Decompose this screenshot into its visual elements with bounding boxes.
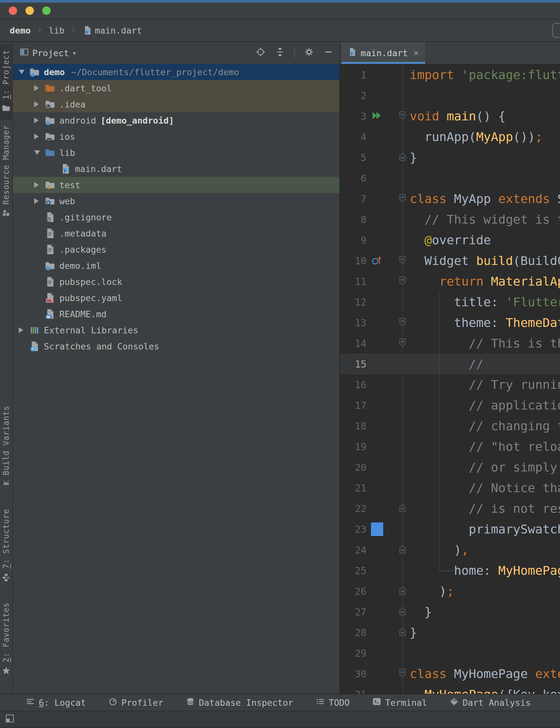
fold-open-icon[interactable] [399,193,406,204]
override-marker-icon[interactable] [371,254,382,267]
fold-open-icon[interactable] [399,668,406,679]
toolbar-button-profiler[interactable]: Profiler [108,697,163,708]
tree-item-main-dart[interactable]: main.dart [13,161,339,177]
fold-open-icon[interactable] [399,338,406,349]
minus-icon[interactable] [323,47,333,59]
sidebar-item-2-favorites[interactable]: 2: Favorites [0,597,13,682]
code-line-text: // is not restarted. [402,501,560,516]
toolbar-button-label: 6: Logcat [39,698,86,708]
minimize-button[interactable] [25,6,34,15]
editor-tab-main-dart[interactable]: main.dart× [341,42,425,64]
function-name: MaterialApp [491,274,560,288]
tree-item--gitignore[interactable]: .gitignore [13,209,339,225]
code-text: } [410,605,432,619]
locate-icon[interactable] [256,47,266,59]
search-field-stub[interactable] [552,23,560,38]
toolbar-button-todo[interactable]: TODO [316,697,350,708]
comment: // "hot reload" (press "r" in the consol… [410,440,560,454]
line-number: 9 [340,235,366,246]
tree-item--idea[interactable]: .idea [13,96,339,112]
color-preview-swatch[interactable] [371,522,383,536]
code-line-text: @override [402,233,491,247]
code-line-text: // "hot reload" (press "r" in the consol… [402,440,560,454]
chevron-collapsed-icon[interactable] [34,85,45,91]
sidebar-item-1-project[interactable]: 1: Project [0,45,13,120]
tool-window-stripe: 1: ProjectResource ManagerBuild Variants… [0,42,13,694]
tree-item-lib[interactable]: lib [13,145,339,161]
fold-close-icon[interactable] [399,152,406,163]
chevron-collapsed-icon[interactable] [19,327,29,333]
fold-close-icon[interactable] [399,606,406,617]
line-number: 6 [340,173,366,184]
code-line-text: theme: ThemeData( [402,316,560,330]
line-number: 5 [340,152,366,163]
code-line-26: 26 ); [340,581,560,602]
fold-open-icon[interactable] [399,276,406,287]
zoom-button[interactable] [42,6,51,15]
code-line-text: // This is the theme of your application… [402,336,560,350]
gear-icon[interactable] [304,47,314,59]
tree-item-pubspec-lock[interactable]: pubspec.lock [13,274,339,290]
toolbar-button-database-inspector[interactable]: Database Inspector [186,697,293,708]
tree-item-demo-iml[interactable]: demo.iml [13,258,339,274]
code-line-text: // [402,357,484,371]
tree-item-External-Libraries[interactable]: External Libraries [13,322,339,338]
tree-item-test[interactable]: test [13,177,339,193]
toolwindow-corner-icon[interactable] [5,713,15,725]
keyword: return [410,274,491,288]
code-editor[interactable]: 1import 'package:flutter/material.dart';… [340,64,560,694]
breadcrumb-item-main-dart[interactable]: main.dart [83,25,142,35]
fold-close-icon[interactable] [399,627,406,638]
toolbar-button-terminal[interactable]: Terminal [372,697,427,708]
toolbar-button-dart-analysis[interactable]: Dart Analysis [450,697,531,708]
code-line-29: 29 [340,643,560,663]
chevron-collapsed-icon[interactable] [34,198,45,204]
tree-item--metadata[interactable]: .metadata [13,225,339,241]
code-line-7: 7class MyApp extends StatelessWidget { [340,188,560,209]
tree-item-label: .gitignore [59,212,112,222]
tree-item-demo[interactable]: demo~/Documents/flutter_project/demo [13,64,339,80]
sidebar-item-build-variants[interactable]: Build Variants [0,400,13,495]
tree-item--packages[interactable]: .packages [13,241,339,258]
collapse-all-icon[interactable] [275,47,285,59]
fold-open-icon[interactable] [399,255,406,266]
function-name: build [476,254,513,268]
chevron-collapsed-icon[interactable] [34,182,45,188]
tree-item-README-md[interactable]: MDREADME.md [13,306,339,322]
chevron-collapsed-icon[interactable] [34,134,45,139]
tree-item-android[interactable]: android[demo_android] [13,112,339,128]
breadcrumb-item-lib[interactable]: lib [49,25,65,35]
run-icon[interactable] [371,110,382,122]
tree-item--dart_tool[interactable]: .dart_tool [13,80,339,96]
sidebar-item-resource-manager[interactable]: Resource Manager [0,120,13,225]
chevron-collapsed-icon[interactable] [34,101,45,107]
chevron-expanded-icon[interactable] [34,150,45,155]
close-button[interactable] [9,6,17,15]
tree-item-Scratches-and-Consoles[interactable]: Scratches and Consoles [13,338,339,354]
keyword: class [410,192,454,206]
code-line-1: 1import 'package:flutter/material.dart'; [340,65,560,85]
tree-item-pubspec-yaml[interactable]: YMLpubspec.yaml [13,290,339,306]
tree-item-ios[interactable]: ios [13,128,339,145]
terminal-icon [372,697,381,708]
toolbar-button-6-logcat[interactable]: 6: Logcat [26,697,86,708]
line-number: 25 [340,565,366,576]
profiler-icon [108,697,117,708]
function-name: ThemeData [505,316,560,330]
tree-item-web[interactable]: web [13,193,339,209]
chevron-expanded-icon[interactable] [19,70,29,74]
fold-open-icon[interactable] [399,317,406,328]
project-view-selector[interactable]: Project ▾ [19,47,76,59]
chevron-collapsed-icon[interactable] [34,117,45,123]
sidebar-item-7-structure[interactable]: 7: Structure [0,504,13,589]
fold-open-icon[interactable] [399,111,406,122]
tree-item-module-suffix: [demo_android] [101,116,174,126]
folder-web-icon [45,196,56,207]
close-icon[interactable]: × [413,48,419,58]
tree-item-label: .idea [59,99,86,109]
breadcrumb-item-demo[interactable]: demo [10,25,31,35]
tool-window-bar: 6: LogcatProfilerDatabase InspectorTODOT… [0,694,560,711]
fold-close-icon[interactable] [399,503,406,514]
fold-close-icon[interactable] [399,586,406,597]
fold-close-icon[interactable] [399,544,406,555]
